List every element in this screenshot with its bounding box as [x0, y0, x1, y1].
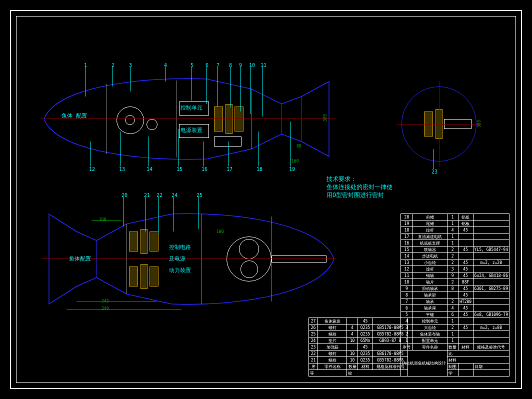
- gear-b2: [140, 229, 148, 254]
- tech-req-line2: 用O型密封圈进行密封: [326, 192, 384, 198]
- dim-line-243: [76, 302, 156, 302]
- bom-right-row: 6轴承座445: [400, 305, 509, 312]
- callout-4: 4: [164, 62, 167, 68]
- bom-right-row: 20前鳍1铝板: [400, 214, 509, 220]
- bot-circle-sm1: [239, 239, 259, 259]
- dim-line-100: [92, 220, 122, 221]
- bom-right-row: 3大齿轮245m=2, z=80: [400, 324, 509, 331]
- gear-b4: [129, 266, 138, 286]
- leader-4: [165, 66, 166, 82]
- leader-23: [433, 149, 434, 169]
- dim-300a: 300: [323, 114, 328, 121]
- callout-18: 18: [256, 166, 262, 172]
- callout-21: 21: [144, 192, 150, 198]
- fish-outline-top: [42, 72, 336, 166]
- bom-right-row: 7轴承2HT200: [400, 298, 509, 305]
- anno-body-config-bot: 鱼体配置: [69, 256, 91, 262]
- callout-16: 16: [202, 166, 208, 172]
- callout-20: 20: [122, 192, 128, 198]
- title-block-row1: 仿生机器鱼机械结构设计 比: [400, 350, 509, 357]
- callout-25: 25: [196, 192, 202, 198]
- bom-right-row: 8轴承架45: [400, 292, 509, 298]
- gear-b5: [140, 264, 148, 289]
- leader-24b: [173, 196, 174, 232]
- bom-left-footer: 等 校: [309, 370, 408, 376]
- callout-7: 7: [216, 62, 220, 68]
- gear-cluster-1: [214, 106, 223, 132]
- callout-17: 17: [226, 166, 232, 172]
- bom-right-row: 17直流减速电机1: [400, 234, 509, 240]
- anno-power-unit: 电源装置: [180, 127, 202, 134]
- callout-6: 6: [206, 62, 208, 68]
- dim-line-348: [66, 309, 182, 310]
- bom-right-row: 13小齿轮245m=2, z=20: [400, 260, 509, 266]
- bom-right-row: 12连杆345: [400, 266, 509, 272]
- gear-b3: [150, 232, 158, 252]
- bom-right-row: 19尾鳍1铝板: [400, 220, 509, 227]
- leader-11: [262, 66, 262, 116]
- dim-100b: 100: [216, 230, 224, 234]
- tech-req-line1: 鱼体连接处的密封一律使: [326, 184, 392, 190]
- bom-right-row: 14步进电机2: [400, 253, 509, 260]
- bom-left-table: 27鱼体蒙皮4526螺钉4Q235GB5170-08M525螺栓4Q235GB5…: [308, 318, 408, 376]
- weight-mech-small: [146, 119, 158, 130]
- bom-right-row: 1配置单元1: [400, 338, 509, 344]
- leader-3: [130, 66, 130, 92]
- leader-20b: [123, 196, 124, 226]
- bot-shaft: [272, 256, 326, 262]
- leader-1: [85, 66, 86, 96]
- end-center-v: [439, 82, 440, 166]
- drawing-inner-frame: 鱼体 配置 控制单元 电源装置 300 80 160 1 2 3 4 5 6 7…: [16, 16, 516, 383]
- top-side-view: 鱼体 配置 控制单元 电源装置 300 80 160: [42, 72, 336, 166]
- leader-14: [148, 136, 148, 166]
- bom-left-row: 27鱼体蒙皮45: [309, 318, 408, 324]
- callout-5: 5: [190, 62, 194, 68]
- bom-right-row: 10轴片208F: [400, 279, 509, 286]
- leader-10: [250, 66, 251, 114]
- bom-left-block: 27鱼体蒙皮4526螺钉4Q235GB5170-08M525螺栓4Q235GB5…: [308, 318, 408, 376]
- bom-right-row: 18拉杆445: [400, 227, 509, 234]
- callout-14: 14: [146, 166, 152, 172]
- leader-17: [228, 142, 228, 166]
- dim-80: 80: [296, 144, 302, 148]
- bom-right-row: 5平键6456x8, GB1096-79: [400, 312, 509, 318]
- bom-left-row: 24垫片1065MnGB93-87 8: [309, 338, 408, 344]
- bot-circle-sm2: [240, 260, 258, 278]
- bom-left-row: 23加强筋45: [309, 344, 408, 350]
- dim-300b: 300: [477, 120, 482, 127]
- tb-mat: 材料: [447, 357, 509, 364]
- leader-8: [230, 66, 230, 108]
- leader-18: [258, 132, 258, 166]
- callout-3: 3: [129, 62, 132, 68]
- bom-right-row: 2鱼体装布轴1: [400, 331, 509, 338]
- bom-right-row: 4控制单元1: [400, 318, 509, 324]
- leader-2: [112, 66, 113, 86]
- bom-right-table: 20前鳍1铝板19尾鳍1铝板18拉杆44517直流减速电机116机底板支撑115…: [400, 214, 510, 376]
- bom-right-header-row: 序号 零件名称 数量 材料 规格及标准代号: [400, 344, 509, 350]
- callout-13: 13: [119, 166, 125, 172]
- callout-23: 23: [432, 169, 438, 174]
- anno-ctrl-unit: 控制单元: [180, 104, 202, 112]
- leader-19: [290, 122, 291, 166]
- dim-100: 100: [99, 218, 106, 222]
- callout-15: 15: [176, 166, 182, 172]
- bom-right-row: 11销轴9456x24, GB418-86: [400, 272, 509, 279]
- leader-22b: [158, 196, 158, 234]
- leader-5: [192, 66, 192, 100]
- anno-drive-unit: 动力装置: [169, 267, 191, 274]
- callout-22: 22: [156, 192, 162, 198]
- leader-15: [178, 129, 178, 166]
- side-end-view: 300: [396, 82, 482, 166]
- gear-b1: [129, 232, 138, 252]
- callout-24: 24: [172, 192, 178, 198]
- bom-right-block: 20前鳍1铝板19尾鳍1铝板18拉杆44517直流减速电机116机底板支撑115…: [400, 214, 510, 376]
- bom-right-row: 15联轴器245YL5, GB5447-94: [400, 246, 509, 253]
- gear-b6: [150, 266, 158, 286]
- drawing-outer-frame: 鱼体 配置 控制单元 电源装置 300 80 160 1 2 3 4 5 6 7…: [10, 10, 522, 389]
- anno-and-power: 及电源: [169, 256, 186, 262]
- dim-160: 160: [292, 159, 298, 164]
- gear-cluster-3: [234, 106, 244, 132]
- bom-right-row: 16机底板支撑1: [400, 240, 509, 246]
- leader-12: [90, 142, 91, 166]
- gear-cluster-2: [226, 104, 232, 134]
